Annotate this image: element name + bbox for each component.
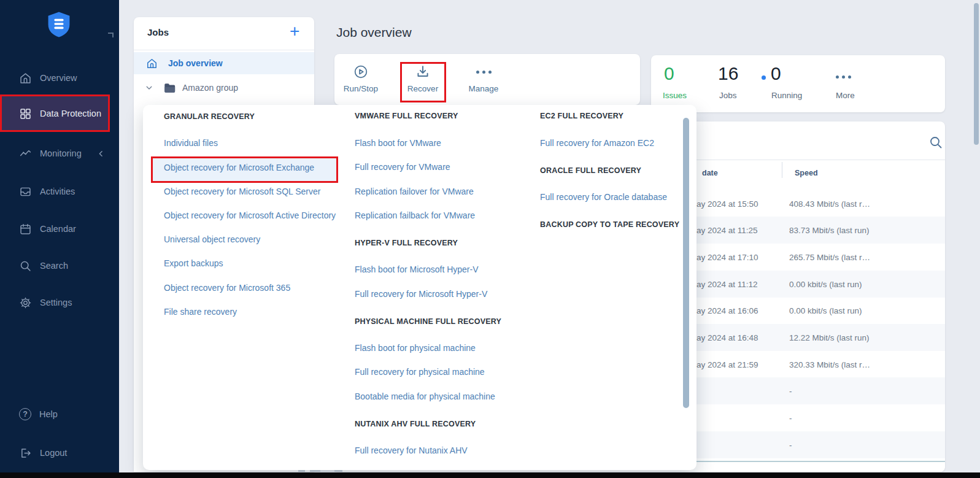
sidebar-item-label: Logout — [40, 448, 67, 458]
menu-item-universal-object-recovery[interactable]: Universal object recovery — [164, 234, 260, 244]
menu-item-full-recovery-vmware[interactable]: Full recovery for VMware — [355, 162, 450, 172]
sidebar-item-label: Help — [39, 409, 58, 419]
app-window: Overview Data Protection Monitoring Acti… — [0, 0, 980, 478]
play-circle-icon — [353, 64, 369, 80]
menu-item-file-share-recovery[interactable]: File share recovery — [164, 307, 237, 317]
menu-item-flash-boot-physical[interactable]: Flash boot for physical machine — [355, 343, 476, 353]
jobs-label[interactable]: Jobs — [719, 91, 737, 100]
run-date-cell: ay 2024 at 17:10 — [696, 253, 758, 262]
menu-section-oracle: ORACLE FULL RECOVERY — [540, 166, 641, 175]
grid-icon — [19, 107, 32, 120]
menu-item-full-recovery-hyperv[interactable]: Full recovery for Microsoft Hyper-V — [355, 289, 487, 299]
inbox-icon — [19, 185, 32, 198]
chevron-left-icon[interactable] — [97, 150, 105, 158]
menu-section-nutanix: NUTANIX AHV FULL RECOVERY — [355, 420, 476, 428]
page-scrollbar[interactable] — [974, 3, 979, 145]
collapse-corner-icon[interactable] — [108, 33, 114, 37]
sidebar-item-logout[interactable]: Logout — [0, 441, 119, 465]
speed-cell: 320.33 Mbit/s (last r… — [789, 360, 870, 369]
download-icon — [415, 64, 431, 80]
recover-label: Recover — [407, 84, 438, 93]
column-header-date[interactable]: date — [702, 169, 718, 177]
sidebar-item-label: Search — [40, 261, 68, 271]
menu-item-flash-boot-hyperv[interactable]: Flash boot for Microsoft Hyper-V — [355, 264, 479, 274]
speed-cell: - — [789, 414, 792, 423]
home-icon — [146, 58, 158, 69]
run-date-cell: ay 2024 at 16:06 — [696, 306, 758, 315]
search-icon[interactable] — [928, 135, 943, 150]
running-label[interactable]: Running — [771, 91, 802, 100]
column-divider[interactable] — [782, 162, 782, 178]
menu-item-flash-boot-vmware[interactable]: Flash boot for VMware — [355, 138, 441, 148]
sidebar-item-label: Activities — [40, 187, 75, 196]
menu-item-object-recovery-exchange[interactable]: Object recovery for Microsoft Exchange — [164, 163, 314, 172]
column-header-speed[interactable]: Speed — [795, 169, 818, 177]
jobs-item-job-overview[interactable]: Job overview — [134, 52, 314, 74]
sidebar-item-monitoring[interactable]: Monitoring — [0, 141, 119, 166]
sidebar-item-activities[interactable]: Activities — [0, 179, 119, 204]
menu-item-full-recovery-ec2[interactable]: Full recovery for Amazon EC2 — [540, 138, 654, 148]
jobs-item-label: Job overview — [168, 58, 223, 68]
sidebar-item-label: Monitoring — [40, 148, 82, 158]
sidebar-item-help[interactable]: ? Help — [0, 402, 119, 426]
jobs-item-label: Amazon group — [182, 83, 238, 93]
jobs-panel-title: Jobs — [147, 27, 169, 37]
speed-cell: - — [789, 441, 792, 450]
sidebar-item-label: Data Protection — [40, 109, 101, 118]
run-date-cell: ay 2024 at 11:12 — [696, 280, 758, 289]
sidebar-item-overview[interactable]: Overview — [0, 66, 119, 90]
speed-cell: 408.43 Mbit/s (last r… — [789, 199, 870, 209]
menu-item-replication-failover-vmware[interactable]: Replication failover for VMware — [355, 187, 474, 196]
more-ellipsis-icon[interactable] — [836, 69, 851, 85]
menu-item-full-recovery-nutanix[interactable]: Full recovery for Nutanix AHV — [355, 445, 468, 455]
more-label[interactable]: More — [836, 91, 855, 100]
chevron-down-icon[interactable] — [145, 83, 153, 92]
manage-button[interactable]: Manage — [458, 64, 509, 93]
gear-icon — [19, 296, 32, 309]
run-date-cell: ay 2024 at 21:59 — [696, 360, 758, 369]
add-job-button[interactable]: + — [290, 22, 299, 40]
issues-label[interactable]: Issues — [663, 91, 687, 100]
run-stop-button[interactable]: Run/Stop — [335, 64, 387, 93]
menu-section-physical: PHYSICAL MACHINE FULL RECOVERY — [355, 317, 501, 326]
page-title: Job overview — [336, 25, 412, 40]
bottom-bar — [0, 472, 980, 478]
menu-item-bootable-media-physical[interactable]: Bootable media for physical machine — [355, 391, 495, 401]
calendar-icon — [19, 223, 32, 236]
menu-item-individual-files[interactable]: Individual files — [164, 138, 218, 148]
speed-cell: 0.00 kbit/s (last run) — [789, 280, 862, 289]
sidebar-item-data-protection[interactable]: Data Protection — [0, 101, 119, 126]
run-date-cell: ay 2024 at 15:50 — [696, 199, 758, 209]
sidebar-item-label: Calendar — [40, 224, 76, 234]
menu-item-object-recovery-sql[interactable]: Object recovery for Microsoft SQL Server — [164, 187, 320, 196]
menu-scrollbar[interactable] — [683, 118, 689, 408]
logout-icon — [19, 447, 32, 460]
menu-item-full-recovery-oracle[interactable]: Full recovery for Oracle database — [540, 192, 667, 202]
help-icon: ? — [19, 408, 31, 420]
recover-dropdown-menu: GRANULAR RECOVERY Individual files Objec… — [143, 105, 696, 470]
divider — [134, 50, 314, 50]
speed-cell: - — [789, 387, 792, 396]
monitoring-chart-icon — [19, 147, 32, 160]
sidebar-item-search[interactable]: Search — [0, 253, 119, 278]
menu-section-hyperv: HYPER-V FULL RECOVERY — [355, 239, 458, 247]
jobs-item-amazon-group[interactable]: Amazon group — [134, 77, 314, 99]
running-count: 0 — [771, 63, 781, 84]
running-dot — [762, 75, 766, 80]
menu-item-object-recovery-ad[interactable]: Object recovery for Microsoft Active Dir… — [164, 210, 336, 220]
sidebar: Overview Data Protection Monitoring Acti… — [0, 0, 119, 478]
menu-item-export-backups[interactable]: Export backups — [164, 258, 223, 268]
speed-cell: 0.00 kbit/s (last run) — [789, 306, 862, 315]
jobs-count: 16 — [718, 63, 738, 84]
menu-item-full-recovery-physical[interactable]: Full recovery for physical machine — [355, 367, 485, 377]
menu-item-replication-failback-vmware[interactable]: Replication failback for VMware — [355, 210, 475, 220]
issues-count: 0 — [664, 63, 674, 84]
menu-item-object-recovery-m365[interactable]: Object recovery for Microsoft 365 — [164, 283, 290, 293]
recover-button[interactable]: Recover — [397, 64, 449, 93]
sidebar-item-settings[interactable]: Settings — [0, 290, 119, 315]
menu-section-vmware: VMWARE FULL RECOVERY — [355, 112, 458, 120]
manage-label: Manage — [469, 84, 499, 93]
menu-section-ec2: EC2 FULL RECOVERY — [540, 112, 623, 120]
speed-cell: 265.75 Mbit/s (last r… — [789, 253, 870, 262]
sidebar-item-calendar[interactable]: Calendar — [0, 217, 119, 241]
